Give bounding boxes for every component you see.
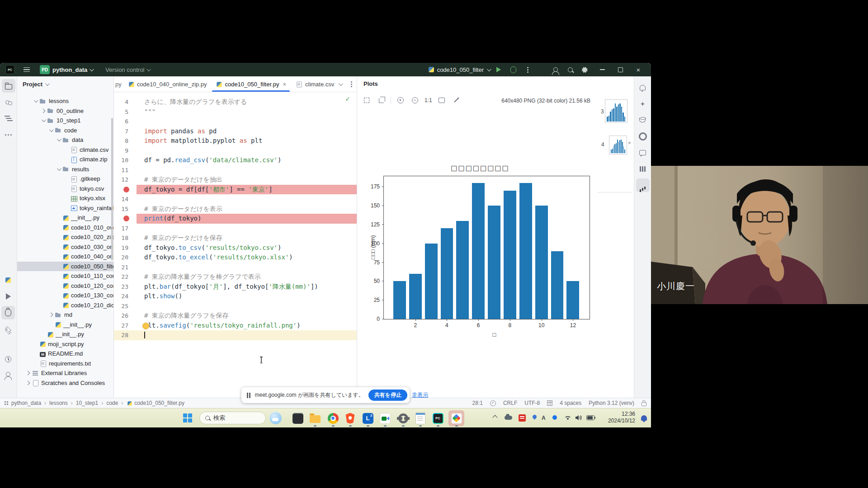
intention-bulb-icon[interactable] [142,323,149,329]
tree-item[interactable]: tokyo.xlsx [17,193,113,203]
zoom-out-button[interactable] [410,95,420,105]
code-line-23[interactable]: 23plt.bar(df_tokyo['月'], df_tokyo['降水量(m… [114,282,357,292]
tool-python-packages-button[interactable] [1,273,15,287]
project-panel-header[interactable]: Project [17,76,113,92]
run-button[interactable] [493,64,505,75]
tab-climate-csv[interactable]: climate.csv [291,76,339,92]
tree-item[interactable]: MREADME.md [17,349,113,359]
kebab-icon[interactable] [351,84,352,85]
tray-app-icon[interactable] [519,414,526,423]
tree-item[interactable]: code10_020_zip.py [17,232,113,242]
gutter-line-16[interactable] [114,214,137,224]
code-line-10[interactable]: 10df = pd.read_csv('data/climate.csv') [114,155,357,165]
tree-item[interactable]: lessons [17,96,113,106]
tab-code10-050-filter-py[interactable]: code10_050_filter.py× [211,76,291,92]
code-line-24[interactable]: 24plt.show() [114,291,357,301]
close-button[interactable]: × [629,63,647,76]
actual-size-button[interactable]: 1:1 [425,97,432,103]
tree-item[interactable]: code10_210_dict_and [17,300,113,310]
breadcrumb-item[interactable]: 10_step1 [76,400,98,406]
code-line-14[interactable]: 14 [114,194,357,204]
gutter-line-5[interactable]: 5 [114,107,137,117]
fit-zoom-button[interactable] [362,95,372,105]
gutter-line-23[interactable]: 23 [114,282,137,292]
gutter-line-25[interactable]: 25 [114,301,137,311]
code-line-28[interactable]: 28 [114,330,357,340]
tree-item[interactable]: code10_120_compare [17,281,113,291]
tool-account-button[interactable] [1,369,15,382]
zoom-in-button[interactable] [396,95,406,105]
more-actions-button[interactable] [522,64,533,75]
chevron-down-icon[interactable] [54,138,62,141]
line-separator[interactable]: CRLF [503,400,517,406]
project-name-widget[interactable]: python_data [52,66,93,73]
python-interpreter[interactable]: Python 3.12 (venv) [589,400,634,406]
gutter-line-14[interactable]: 14 [114,194,137,204]
breadcrumb-item[interactable]: code [106,400,118,406]
version-control-widget[interactable]: Version control [105,66,150,73]
taskbar-photos-icon[interactable] [450,412,462,424]
settings-button[interactable] [579,64,590,75]
tool-commit-button[interactable] [2,95,15,109]
gutter-line-4[interactable]: 4 [114,97,137,107]
tree-item[interactable]: code [17,126,113,136]
tab-close-icon[interactable]: × [283,81,286,88]
code-line-12[interactable]: 12# 東京のデータだけを抽出 [114,175,357,185]
tree-item[interactable]: code10_130_compare [17,291,113,300]
gutter-line-12[interactable]: 12 [114,175,137,185]
tool-plots-button[interactable] [636,178,650,192]
code-line-6[interactable]: 6 [114,117,357,127]
taskbar-display-app-icon[interactable] [292,412,304,424]
taskbar-pycharm-icon[interactable]: PC [432,412,444,424]
taskbar-file-explorer-icon[interactable] [309,412,321,424]
gutter-line-22[interactable]: 22 [114,272,137,282]
taskbar-brave-icon[interactable] [344,412,356,424]
gutter-line-6[interactable]: 6 [114,117,137,127]
indent-style-icon[interactable] [547,400,552,406]
taskbar-notepad-icon[interactable] [414,412,426,424]
stop-sharing-button[interactable]: 共有を停止 [368,389,407,401]
plot-thumbnail-3[interactable] [605,99,627,123]
debug-button[interactable] [507,64,519,75]
location-indicator-icon[interactable] [533,414,537,420]
code-line-4[interactable]: 4さらに、降水量のグラフを表示する [114,97,357,107]
gutter-line-11[interactable]: 11 [114,165,137,175]
gutter-line-26[interactable]: 26 [114,311,137,321]
gutter-line-28[interactable]: 28 [114,330,137,340]
code-line-27[interactable]: 27plt.savefig('results/tokyo_rainfall.pn… [114,321,357,331]
taskbar-line-app-icon[interactable]: L2 [362,412,374,424]
tree-item[interactable]: 10_step1 [17,116,113,126]
tool-notifications-button[interactable] [636,81,650,94]
tree-item[interactable]: results [17,164,113,174]
notification-center-button[interactable] [641,414,647,422]
breakpoint-icon[interactable] [123,216,129,221]
file-encoding[interactable]: UTF-8 [524,400,540,406]
gutter-line-8[interactable]: 8 [114,136,137,146]
tab-py[interactable]: py [114,76,123,92]
chevron-right-icon[interactable] [24,381,32,385]
tool-recent-button[interactable] [1,352,15,366]
tree-item[interactable]: code10_010_overview [17,223,113,233]
code-line-21[interactable]: 21 [114,263,357,272]
breakpoint-icon[interactable] [123,187,129,192]
start-button[interactable] [183,413,192,422]
tool-ai-assistant-button[interactable] [636,97,650,111]
plot-thumbnail-4[interactable] [609,136,627,155]
chevron-down-icon[interactable] [339,81,343,86]
tree-item[interactable]: data [17,135,113,145]
bluetooth-indicator[interactable] [552,414,557,421]
breadcrumb-item[interactable]: code10_050_filter.py [126,400,184,406]
gutter-line-27[interactable]: 27 [114,321,137,331]
tree-item[interactable]: code10_040_online_z [17,252,113,262]
tool-database-button[interactable] [636,113,650,127]
code-line-25[interactable]: 25 [114,301,357,311]
tree-item[interactable]: climate.csv [17,145,113,155]
code-line-26[interactable]: 26# 東京の降水量グラフを保存 [114,311,357,321]
crop-button[interactable] [376,95,386,105]
weather-widget[interactable] [269,412,282,424]
main-menu-icon[interactable] [21,65,33,75]
tree-item[interactable]: code10_050_filter.py [17,262,113,272]
gutter-line-7[interactable]: 7 [114,127,137,136]
gutter-line-10[interactable]: 10 [114,155,137,165]
project-chip[interactable]: PD [40,65,50,74]
